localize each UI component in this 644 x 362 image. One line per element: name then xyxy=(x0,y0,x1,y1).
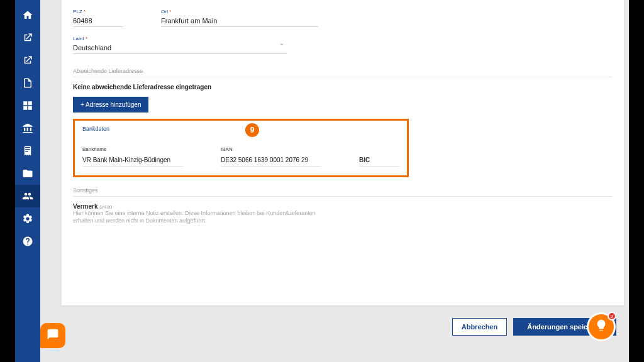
nav-folder[interactable] xyxy=(15,162,40,185)
vermerk-counter: 0/400 xyxy=(99,204,112,210)
cancel-button[interactable]: Abbrechen xyxy=(452,318,507,336)
sidebar-nav xyxy=(15,0,40,362)
letterbox-right xyxy=(629,0,644,362)
field-iban: IBAN xyxy=(221,142,321,167)
nav-grid[interactable] xyxy=(15,94,40,117)
nav-help[interactable] xyxy=(15,230,40,253)
input-iban[interactable] xyxy=(221,155,321,167)
add-address-button[interactable]: + Adresse hinzufügen xyxy=(73,97,148,112)
bank-row: Bankname IBAN BIC xyxy=(82,142,399,167)
nav-document[interactable] xyxy=(15,72,40,94)
chat-icon xyxy=(47,328,59,343)
field-bankname: Bankname xyxy=(82,142,183,167)
input-bankname[interactable] xyxy=(82,155,183,167)
label-iban: IBAN xyxy=(221,146,233,152)
vermerk-heading: Vermerk 0/400 xyxy=(73,203,613,210)
field-land: Land * ⌄ xyxy=(73,36,287,54)
hints-badge: 2 xyxy=(608,312,616,321)
section-misc: Sonstiges xyxy=(73,187,613,197)
section-bankdata: Bankdaten xyxy=(82,126,399,136)
nav-settings[interactable] xyxy=(15,207,40,230)
label-ort: Ort * xyxy=(161,9,318,14)
address-row-1: PLZ * Ort * xyxy=(73,9,613,27)
section-delivery-address: Abweichende Lieferadresse xyxy=(73,68,613,77)
input-plz[interactable] xyxy=(73,14,123,27)
label-bankname: Bankname xyxy=(82,146,106,152)
label-bic[interactable]: BIC xyxy=(359,156,399,167)
chat-fab[interactable] xyxy=(40,323,65,348)
vermerk-textarea[interactable] xyxy=(73,226,299,278)
tour-step-marker: 9 xyxy=(245,123,259,137)
bankdata-highlight-box: Bankdaten Bankname IBAN BIC xyxy=(73,119,409,177)
nav-home[interactable] xyxy=(15,4,40,26)
nav-bank[interactable] xyxy=(15,117,40,140)
letterbox-left xyxy=(0,0,15,362)
field-plz: PLZ * xyxy=(73,9,123,27)
hints-fab[interactable]: 2 xyxy=(589,314,614,339)
select-land[interactable] xyxy=(73,41,287,54)
input-ort[interactable] xyxy=(161,14,318,27)
form-panel: PLZ * Ort * Land * ⌄ Abweichende Liefera… xyxy=(62,0,624,305)
nav-out[interactable] xyxy=(15,26,40,49)
lightbulb-icon xyxy=(594,319,608,335)
content-area: PLZ * Ort * Land * ⌄ Abweichende Liefera… xyxy=(40,0,644,362)
nav-contacts[interactable] xyxy=(15,185,40,207)
field-ort: Ort * xyxy=(161,9,318,27)
label-plz: PLZ * xyxy=(73,9,123,14)
nav-receipt[interactable] xyxy=(15,140,40,162)
label-land: Land * xyxy=(73,36,287,41)
vermerk-hint: Hier können Sie eine interne Notiz erste… xyxy=(73,210,325,224)
nav-in[interactable] xyxy=(15,49,40,72)
app-viewport: PLZ * Ort * Land * ⌄ Abweichende Liefera… xyxy=(0,0,644,362)
address-row-2: Land * ⌄ xyxy=(73,36,613,54)
no-delivery-text: Keine abweichende Lieferadresse eingetra… xyxy=(73,84,613,90)
